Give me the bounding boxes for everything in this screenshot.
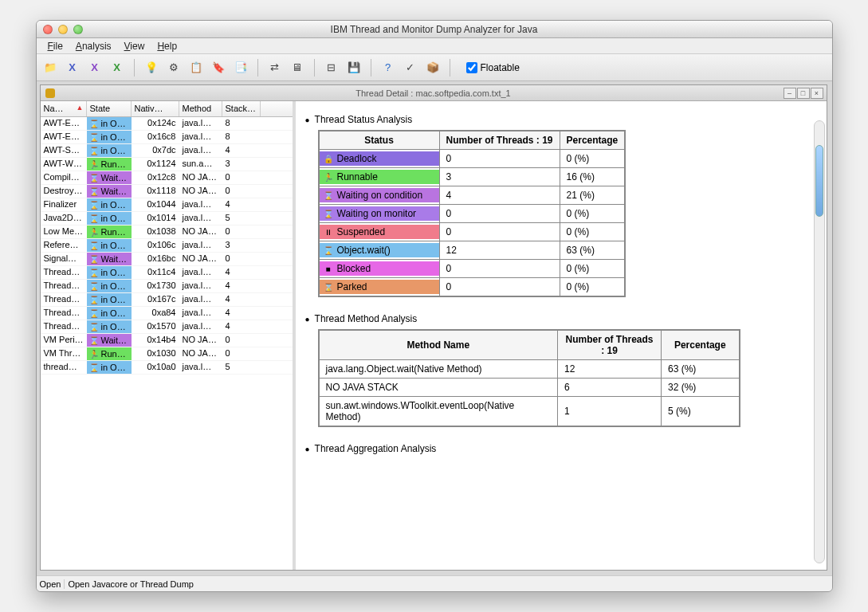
method-row: sun.awt.windows.WToolkit.eventLoop(Nativ… [319, 397, 740, 427]
state-icon: ⌛ [88, 172, 100, 183]
status-icon: ⌛ [323, 245, 334, 256]
table-row[interactable]: AWT-W…🏃Run…0x1124sun.a…3 [41, 158, 293, 171]
separator [314, 59, 315, 76]
col-method[interactable]: Method [179, 101, 222, 116]
menu-file[interactable]: File [41, 39, 69, 53]
thread-table-body[interactable]: AWT-E…⌛in O…0x124cjava.l…8AWT-E…⌛in O…0x… [41, 117, 293, 570]
table-row[interactable]: Thread…⌛in O…0x1570java.l…4 [41, 320, 293, 334]
col-name[interactable]: Na…▲ [41, 101, 87, 116]
minus-icon[interactable]: ⊟ [324, 61, 339, 75]
state-icon: ⌛ [88, 267, 100, 278]
table-row[interactable]: Thread…⌛in O…0x1730java.l…4 [41, 280, 293, 293]
status-icon: ⌛ [323, 190, 334, 201]
swap-icon[interactable]: ⇄ [268, 61, 282, 75]
help-icon[interactable]: ? [381, 61, 395, 75]
table-row[interactable]: Finalizer⌛in O…0x1044java.l…4 [41, 198, 293, 212]
state-icon: 🏃 [88, 159, 100, 170]
titlebar[interactable]: IBM Thread and Monitor Dump Analyzer for… [37, 21, 832, 38]
check-icon[interactable]: ✓ [403, 61, 418, 75]
main-window: IBM Thread and Monitor Dump Analyzer for… [36, 20, 833, 592]
scroll-thumb[interactable] [815, 145, 823, 217]
table-row[interactable]: AWT-S…⌛in O…0x7dcjava.l…4 [41, 144, 293, 158]
thread-list-pane: Na…▲ State Nativ… Method Stack… AWT-E…⌛i… [41, 101, 296, 570]
table-row[interactable]: Refere…⌛in O…0x106cjava.l…3 [41, 239, 293, 253]
scrollbar[interactable] [814, 120, 825, 563]
status-cell: 🏃Runnable [320, 170, 439, 184]
separator [134, 59, 135, 76]
status-icon: ■ [323, 263, 334, 274]
status-cell: 🔒Deadlock [320, 151, 439, 166]
state-icon: ⌛ [88, 186, 100, 197]
inner-titlebar[interactable]: Thread Detail : mac.softpedia.com.txt_1 … [41, 85, 827, 101]
table-row[interactable]: AWT-E…⌛in O…0x124cjava.l…8 [41, 117, 293, 131]
state-icon: ⌛ [88, 280, 100, 292]
state-icon: ⌛ [88, 308, 100, 319]
method-analysis-heading: Thread Method Analysis [305, 313, 811, 324]
col-native[interactable]: Nativ… [132, 101, 179, 116]
status-row: ⌛Waiting on monitor00 (%) [319, 205, 626, 223]
separator [450, 59, 450, 76]
maximize-button[interactable]: □ [797, 88, 810, 99]
disk-icon[interactable]: 💾 [347, 61, 361, 75]
copy-icon[interactable]: 📋 [189, 61, 203, 75]
open-icon[interactable]: 📁 [43, 61, 57, 75]
bulb-icon[interactable]: 💡 [144, 61, 159, 75]
x3-icon[interactable]: X [110, 61, 124, 75]
tag-icon[interactable]: 🔖 [211, 61, 226, 75]
status-icon: ⏸ [323, 226, 334, 237]
state-icon: ⌛ [88, 145, 100, 156]
table-row[interactable]: VM Peri…⌛Wait…0x14b4NO JA…0 [41, 334, 293, 347]
table-row[interactable]: Destroy…⌛Wait…0x1118NO JA…0 [41, 185, 293, 198]
status-icon: 🔒 [323, 153, 334, 164]
table-row[interactable]: VM Thr…🏃Run…0x1030NO JA…0 [41, 347, 293, 361]
thread-detail-window: Thread Detail : mac.softpedia.com.txt_1 … [40, 84, 827, 571]
table-row[interactable]: Compil…⌛Wait…0x12c8NO JA…0 [41, 171, 293, 185]
table-row[interactable]: AWT-E…⌛in O…0x16c8java.l…8 [41, 131, 293, 144]
col-stack[interactable]: Stack… [222, 101, 261, 116]
state-icon: ⌛ [88, 118, 100, 129]
floatable-input[interactable] [466, 62, 477, 73]
pages-icon[interactable]: 📑 [234, 61, 248, 75]
state-icon: ⌛ [88, 240, 100, 251]
menu-view[interactable]: View [118, 39, 151, 53]
status-row: ■Blocked00 (%) [319, 260, 626, 278]
x2-icon[interactable]: X [88, 61, 102, 75]
separator [257, 59, 258, 76]
state-icon: ⌛ [88, 335, 100, 346]
status-row: ⏸Suspended00 (%) [319, 223, 626, 241]
state-icon: ⌛ [88, 253, 100, 265]
col-state[interactable]: State [87, 101, 132, 116]
box-icon[interactable]: 📦 [426, 61, 440, 75]
status-table: StatusNumber of Threads : 19Percentage 🔒… [318, 130, 626, 297]
method-row: java.lang.Object.wait(Native Method)1263… [319, 360, 740, 379]
table-row[interactable]: Thread…⌛in O…0xa84java.l…4 [41, 307, 293, 320]
method-row: NO JAVA STACK632 (%) [319, 379, 740, 397]
state-icon: ⌛ [88, 321, 100, 332]
status-cell: ⌛Parked [320, 280, 439, 294]
status-row: 🏃Runnable316 (%) [319, 168, 626, 186]
table-row[interactable]: thread…⌛in O…0x10a0java.l…5 [41, 361, 293, 375]
menu-help[interactable]: Help [151, 39, 183, 53]
x-icon[interactable]: X [65, 61, 80, 75]
screen-icon[interactable]: 🖥 [290, 61, 304, 75]
table-row[interactable]: Java2D…⌛in O…0x1014java.l…5 [41, 212, 293, 226]
gear-icon[interactable]: ⚙ [167, 61, 181, 75]
status-row: ⌛Waiting on condition421 (%) [319, 186, 626, 205]
table-row[interactable]: Thread…⌛in O…0x167cjava.l…4 [41, 293, 293, 307]
window-title: IBM Thread and Monitor Dump Analyzer for… [37, 24, 832, 35]
close-button[interactable]: × [811, 88, 823, 99]
table-row[interactable]: Low Me…🏃Run…0x1038NO JA…0 [41, 226, 293, 239]
floatable-checkbox[interactable]: Floatable [466, 62, 520, 73]
mdi-area: Thread Detail : mac.softpedia.com.txt_1 … [37, 81, 832, 575]
status-cell: ■Blocked [320, 261, 439, 276]
state-icon: ⌛ [88, 199, 100, 210]
menubar: File Analysis View Help [37, 38, 832, 54]
separator [371, 59, 371, 76]
minimize-button[interactable]: – [784, 88, 796, 99]
analysis-pane[interactable]: Thread Status Analysis StatusNumber of T… [296, 101, 827, 570]
menu-analysis[interactable]: Analysis [69, 39, 118, 53]
state-icon: 🏃 [88, 348, 100, 359]
table-row[interactable]: Thread…⌛in O…0x11c4java.l…4 [41, 266, 293, 280]
status-analysis-heading: Thread Status Analysis [305, 114, 811, 125]
table-row[interactable]: Signal…⌛Wait…0x16bcNO JA…0 [41, 253, 293, 266]
